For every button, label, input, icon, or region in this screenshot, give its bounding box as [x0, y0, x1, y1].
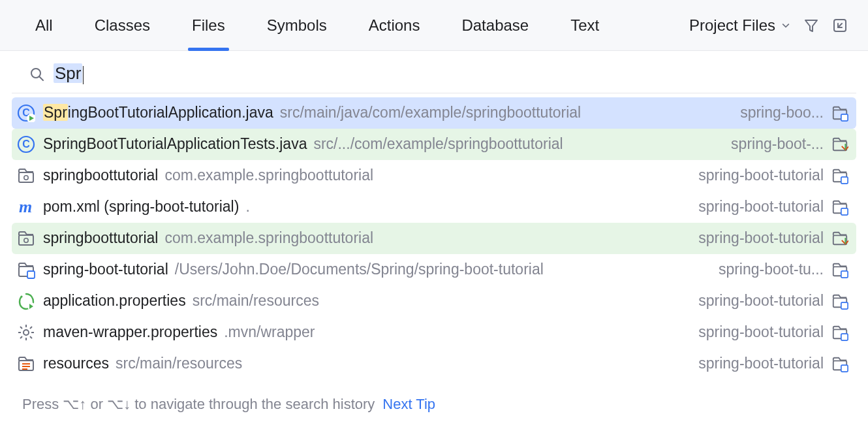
result-module: spring-boo...: [740, 104, 824, 122]
result-module: spring-boot-tutorial: [698, 198, 824, 216]
result-main: springboottutorialcom.example.springboot…: [43, 167, 690, 184]
result-path: com.example.springboottutorial: [164, 167, 373, 184]
tab-classes[interactable]: Classes: [91, 0, 154, 50]
result-row[interactable]: spring-boot-tutorial/Users/John.Doe/Docu…: [12, 254, 856, 285]
result-filename: springboottutorial: [43, 167, 158, 184]
spring-icon: [17, 292, 35, 310]
result-path: src/main/resources: [193, 292, 319, 310]
tabs: AllClassesFilesSymbolsActionsDatabaseTex…: [31, 0, 603, 50]
result-module: spring-boot-tu...: [719, 261, 824, 278]
folder-module-icon: [831, 355, 848, 372]
result-row[interactable]: resourcessrc/main/resourcesspring-boot-t…: [12, 348, 856, 380]
result-filename: application.properties: [43, 292, 186, 310]
maven-icon: [17, 198, 35, 216]
tab-actions[interactable]: Actions: [365, 0, 424, 50]
result-filename: SpringBootTutorialApplicationTests.java: [43, 135, 307, 153]
filter-icon[interactable]: [803, 17, 820, 34]
tab-bar-right: Project Files: [689, 16, 848, 35]
result-main: maven-wrapper.properties.mvn/wrapper: [43, 323, 690, 341]
folder-test-icon: [831, 230, 848, 247]
result-module: spring-boot-tutorial: [698, 355, 824, 372]
result-module: spring-boot-...: [731, 135, 824, 153]
result-filename: resources: [43, 355, 109, 372]
search-icon: [29, 66, 44, 82]
result-main: application.propertiessrc/main/resources: [43, 292, 690, 310]
result-filename: springboottutorial: [43, 229, 158, 247]
tab-symbols[interactable]: Symbols: [263, 0, 331, 50]
search-everywhere-popup: AllClassesFilesSymbolsActionsDatabaseTex…: [0, 0, 868, 422]
footer: Press ⌥↑ or ⌥↓ to navigate through the s…: [0, 389, 868, 422]
scope-selector[interactable]: Project Files: [689, 16, 791, 35]
result-filename: spring-boot-tutorial: [43, 261, 168, 278]
result-filename: pom.xml (spring-boot-tutorial): [43, 198, 239, 216]
caret: [83, 66, 84, 84]
tab-text[interactable]: Text: [566, 0, 603, 50]
folder-module-icon: [831, 293, 848, 310]
folder-module-icon: [831, 167, 848, 184]
result-path: src/main/resources: [116, 355, 242, 372]
result-main: SpringBootTutorialApplication.javasrc/ma…: [43, 104, 732, 122]
result-path: .mvn/wrapper: [224, 323, 315, 341]
gear-icon: [17, 323, 35, 342]
result-main: springboottutorialcom.example.springboot…: [43, 229, 690, 247]
result-row[interactable]: springboottutorialcom.example.springboot…: [12, 160, 856, 191]
result-filename: SpringBootTutorialApplication.java: [43, 104, 273, 122]
result-path: /Users/John.Doe/Documents/Spring/spring-…: [175, 261, 544, 278]
result-row[interactable]: SpringBootTutorialApplicationTests.javas…: [12, 129, 856, 160]
class-run-icon: [17, 104, 35, 122]
result-module: spring-boot-tutorial: [698, 323, 824, 341]
tab-bar: AllClassesFilesSymbolsActionsDatabaseTex…: [0, 0, 868, 51]
search-input[interactable]: Spr: [54, 63, 84, 85]
search-query-text: Spr: [54, 63, 82, 83]
result-row[interactable]: pom.xml (spring-boot-tutorial).spring-bo…: [12, 191, 856, 223]
result-module: spring-boot-tutorial: [698, 292, 824, 310]
chevron-down-icon: [781, 20, 791, 31]
folder-module-icon: [831, 199, 848, 216]
result-row[interactable]: application.propertiessrc/main/resources…: [12, 285, 856, 317]
result-path: src/.../com/example/springboottutorial: [313, 135, 563, 153]
result-main: pom.xml (spring-boot-tutorial).: [43, 198, 690, 216]
tab-files[interactable]: Files: [188, 0, 229, 50]
result-path: src/main/java/com/example/springboottuto…: [280, 104, 581, 122]
result-row[interactable]: springboottutorialcom.example.springboot…: [12, 223, 856, 254]
result-module: spring-boot-tutorial: [698, 167, 824, 184]
result-filename: maven-wrapper.properties: [43, 323, 217, 341]
resources-icon: [17, 355, 35, 373]
scope-label-rest: roject Files: [700, 16, 775, 34]
folder-module-icon: [831, 105, 848, 122]
scope-label-prefix: P: [689, 16, 700, 34]
pin-icon[interactable]: [831, 17, 848, 34]
result-row[interactable]: maven-wrapper.properties.mvn/wrapperspri…: [12, 317, 856, 348]
result-row[interactable]: SpringBootTutorialApplication.javasrc/ma…: [12, 97, 856, 129]
folder-module-icon: [17, 261, 35, 279]
folder-module-icon: [831, 324, 848, 341]
result-main: SpringBootTutorialApplicationTests.javas…: [43, 135, 723, 153]
result-path: com.example.springboottutorial: [164, 229, 373, 247]
class-icon: [17, 135, 35, 154]
footer-hint: Press ⌥↑ or ⌥↓ to navigate through the s…: [22, 396, 375, 413]
result-main: spring-boot-tutorial/Users/John.Doe/Docu…: [43, 261, 711, 278]
search-row: Spr: [0, 51, 868, 93]
folder-test-icon: [831, 136, 848, 153]
folder-icon: [17, 229, 35, 248]
folder-module-icon: [831, 261, 848, 278]
result-path: .: [245, 198, 249, 216]
tab-all[interactable]: All: [31, 0, 57, 50]
folder-icon: [17, 167, 35, 185]
next-tip-link[interactable]: Next Tip: [382, 396, 435, 413]
result-main: resourcessrc/main/resources: [43, 355, 690, 372]
tab-database[interactable]: Database: [457, 0, 533, 50]
result-module: spring-boot-tutorial: [698, 229, 824, 247]
results-list: SpringBootTutorialApplication.javasrc/ma…: [0, 93, 868, 389]
